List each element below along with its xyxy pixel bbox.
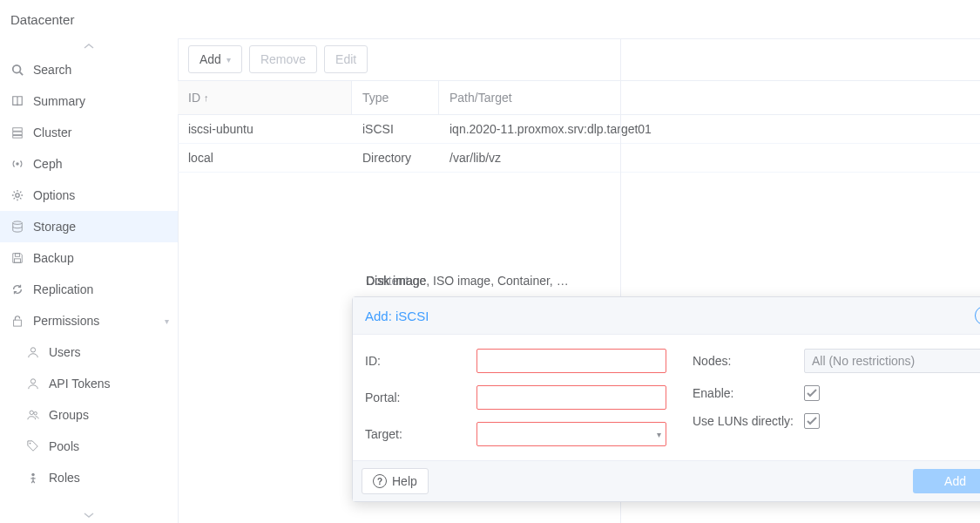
book-icon	[9, 95, 26, 107]
add-iscsi-dialog: Add: iSCSI ID: Portal:	[352, 296, 980, 502]
sidebar-item-label: Groups	[49, 408, 89, 422]
gear-icon	[9, 189, 26, 201]
cell-id: iscsi-ubuntu	[178, 115, 352, 143]
table-row[interactable]: localDirectoryDisk image, ISO image, Con…	[178, 144, 980, 173]
users-icon	[24, 409, 42, 421]
sidebar-item-ceph[interactable]: Ceph	[0, 148, 178, 180]
sidebar-item-label: API Tokens	[49, 377, 111, 391]
id-label: ID:	[365, 353, 476, 369]
page-title: Datacenter	[10, 12, 74, 27]
sidebar-item-label: Options	[33, 188, 75, 202]
portal-label: Portal:	[365, 390, 476, 405]
id-field[interactable]	[476, 349, 666, 373]
chevron-up-icon	[84, 43, 94, 50]
svg-point-0	[13, 65, 21, 73]
edit-button-label: Edit	[335, 52, 356, 66]
target-label: Target:	[365, 426, 476, 442]
svg-point-12	[30, 411, 33, 414]
cell-id: local	[178, 144, 352, 172]
search-icon	[9, 64, 26, 76]
enable-checkbox[interactable]	[804, 385, 820, 401]
column-header-id[interactable]: ID ↑	[178, 81, 352, 114]
sidebar-item-label: Backup	[33, 251, 74, 265]
tags-icon	[24, 440, 42, 452]
server-icon	[9, 126, 26, 139]
enable-label: Enable:	[693, 385, 804, 401]
help-button-label: Help	[392, 474, 417, 488]
add-button[interactable]: Add ▾	[188, 45, 242, 73]
sidebar-item-label: Roles	[49, 471, 80, 485]
sidebar-item-label: Permissions	[33, 314, 99, 328]
dialog-title: Add: iSCSI	[365, 309, 429, 323]
chevron-down-icon: ▾	[226, 55, 231, 65]
svg-rect-3	[13, 136, 23, 139]
target-select[interactable]	[476, 422, 666, 446]
close-button[interactable]	[975, 306, 980, 325]
remove-button[interactable]: Remove	[249, 45, 317, 73]
sidebar-item-replication[interactable]: Replication	[0, 274, 178, 305]
question-icon: ?	[373, 474, 387, 488]
dialog-add-button-label: Add	[944, 474, 966, 488]
svg-point-14	[30, 443, 31, 445]
sidebar-scroll-up[interactable]	[0, 38, 178, 54]
chevron-down-icon	[84, 512, 94, 519]
sidebar-item-label: Summary	[33, 94, 85, 108]
sidebar-item-users[interactable]: Users	[0, 336, 178, 368]
check-icon	[807, 416, 817, 426]
sidebar-item-storage[interactable]: Storage	[0, 211, 178, 242]
svg-point-10	[30, 348, 35, 352]
svg-rect-2	[13, 132, 23, 135]
sidebar-item-label: Storage	[33, 220, 76, 234]
sidebar-item-backup[interactable]: Backup	[0, 242, 178, 274]
nodes-select[interactable]: All (No restrictions)	[804, 349, 980, 373]
svg-rect-1	[13, 128, 23, 132]
sidebar-item-label: Pools	[49, 439, 79, 453]
user-icon	[24, 346, 42, 358]
sidebar-item-api-tokens[interactable]: API Tokens	[0, 368, 178, 399]
use-luns-checkbox[interactable]	[804, 413, 820, 429]
sidebar: SearchSummaryClusterCephOptionsStorageBa…	[0, 38, 179, 523]
svg-point-5	[16, 194, 19, 197]
sidebar-item-label: Search	[33, 63, 71, 77]
broadcast-icon	[9, 158, 26, 170]
database-icon	[9, 221, 26, 233]
svg-rect-7	[15, 254, 19, 257]
column-header-id-label: ID	[188, 91, 200, 105]
sidebar-item-label: Replication	[33, 282, 93, 296]
svg-point-6	[13, 221, 23, 225]
use-luns-label: Use LUNs directly:	[693, 413, 804, 429]
sidebar-item-permissions[interactable]: Permissions▾	[0, 305, 178, 336]
svg-point-4	[16, 162, 19, 166]
sidebar-item-options[interactable]: Options	[0, 180, 178, 211]
chevron-down-icon: ▾	[165, 316, 169, 326]
sidebar-item-label: Cluster	[33, 126, 71, 139]
sort-asc-icon: ↑	[204, 92, 209, 103]
portal-field[interactable]	[476, 385, 666, 410]
unlock-icon	[9, 315, 26, 327]
sidebar-item-label: Ceph	[33, 157, 62, 171]
sidebar-item-cluster[interactable]: Cluster	[0, 117, 178, 148]
sidebar-item-roles[interactable]: Roles	[0, 462, 178, 493]
nodes-value: All (No restrictions)	[812, 354, 915, 368]
sidebar-item-summary[interactable]: Summary	[0, 85, 178, 117]
add-button-label: Add	[199, 52, 221, 66]
save-icon	[9, 252, 26, 264]
sidebar-item-search[interactable]: Search	[0, 54, 178, 85]
key-icon	[24, 377, 42, 390]
check-icon	[807, 388, 817, 398]
svg-point-13	[34, 412, 37, 416]
refresh-icon	[9, 283, 26, 295]
svg-point-11	[30, 379, 35, 384]
remove-button-label: Remove	[260, 52, 306, 66]
svg-point-15	[31, 473, 35, 477]
dialog-add-button[interactable]: Add	[913, 469, 980, 493]
sidebar-item-label: Users	[49, 345, 81, 359]
help-button[interactable]: ? Help	[362, 468, 429, 494]
sidebar-item-groups[interactable]: Groups	[0, 399, 178, 431]
sidebar-item-pools[interactable]: Pools	[0, 431, 178, 462]
nodes-label: Nodes:	[693, 353, 804, 369]
sidebar-scroll-down[interactable]	[0, 507, 178, 523]
person-icon	[24, 472, 42, 484]
svg-rect-8	[15, 259, 21, 262]
svg-rect-9	[14, 320, 22, 326]
